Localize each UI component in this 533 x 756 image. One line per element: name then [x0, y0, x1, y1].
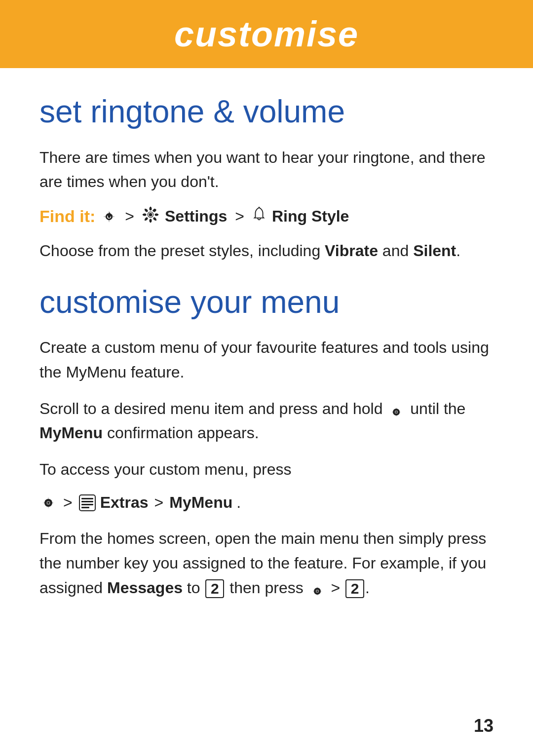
bell-icon: [252, 207, 266, 227]
section2-body4-diamond: [310, 581, 325, 596]
key-2-second: 2: [345, 579, 364, 598]
svg-marker-27: [42, 501, 54, 504]
home-nav-icon: ✦: [101, 209, 117, 225]
settings-icon: [142, 206, 159, 227]
mymenu-label: MyMenu: [169, 493, 232, 512]
section2-body2: Scroll to a desired menu item and press …: [39, 397, 494, 446]
section1-body2-text1: Choose from the preset styles, including: [39, 242, 325, 260]
section2-body3-text: To access your custom menu, press: [39, 460, 291, 478]
ring-style-label: Ring Style: [272, 207, 349, 226]
section2-nav-diamond: [39, 494, 57, 512]
page-title: customise: [174, 14, 359, 54]
section1-body1: There are times when you want to hear yo…: [39, 146, 494, 194]
find-it-row: Find it: ✦ >: [39, 206, 494, 227]
nav-period: .: [236, 493, 241, 512]
extras-icon: [78, 494, 96, 512]
section2-body3: To access your custom menu, press: [39, 457, 494, 482]
svg-text:✦: ✦: [106, 211, 113, 221]
svg-rect-29: [81, 498, 93, 499]
section2-title: customise your menu: [39, 283, 494, 321]
section2-body2-end: confirmation appears.: [103, 424, 259, 442]
svg-point-11: [149, 219, 152, 222]
section1-title: set ringtone & volume: [39, 93, 494, 131]
section1-body2-end: .: [456, 242, 460, 260]
section1-silent: Silent: [413, 242, 456, 260]
page-content: set ringtone & volume There are times wh…: [0, 68, 533, 651]
svg-point-7: [149, 207, 152, 210]
extras-label: Extras: [100, 493, 149, 512]
section2-body2-part2: until the: [406, 400, 465, 417]
page-number: 13: [474, 716, 494, 736]
section2-messages-bold: Messages: [107, 579, 183, 597]
section2-body4-part2: to: [183, 579, 204, 597]
section2-nav-row: > Extras > MyMenu .: [39, 493, 494, 512]
svg-rect-30: [81, 501, 93, 502]
section1-body2: Choose from the preset styles, including…: [39, 239, 494, 264]
svg-point-9: [154, 213, 158, 216]
key-2-first: 2: [205, 579, 224, 598]
nav-sep-4: >: [154, 493, 164, 512]
svg-rect-32: [81, 507, 89, 508]
find-it-label: Find it:: [39, 207, 95, 226]
section2-body4: From the homes screen, open the main men…: [39, 527, 494, 600]
section2-body4-part3: then press: [225, 579, 307, 597]
section1-vibrate: Vibrate: [325, 242, 378, 260]
section2-body2-part1: Scroll to a desired menu item and press …: [39, 400, 387, 417]
section2-diamond-icon: [389, 402, 404, 417]
section2-mymenu-bold: MyMenu: [39, 424, 103, 442]
page-header: customise: [0, 0, 533, 68]
svg-marker-37: [312, 590, 322, 592]
section2-body1: Create a custom menu of your favourite f…: [39, 336, 494, 384]
settings-label: Settings: [165, 207, 227, 226]
section2-body4-part4: >: [327, 579, 344, 597]
svg-point-16: [149, 213, 152, 216]
svg-point-13: [143, 213, 146, 216]
nav-sep-1: >: [125, 207, 134, 226]
svg-rect-31: [81, 504, 93, 505]
section2-body4-end: .: [365, 579, 370, 597]
svg-rect-28: [79, 495, 95, 511]
nav-sep-3: >: [63, 493, 73, 512]
svg-marker-22: [391, 411, 401, 413]
nav-sep-2: >: [235, 207, 244, 226]
section1-body2-text2: and: [378, 242, 413, 260]
